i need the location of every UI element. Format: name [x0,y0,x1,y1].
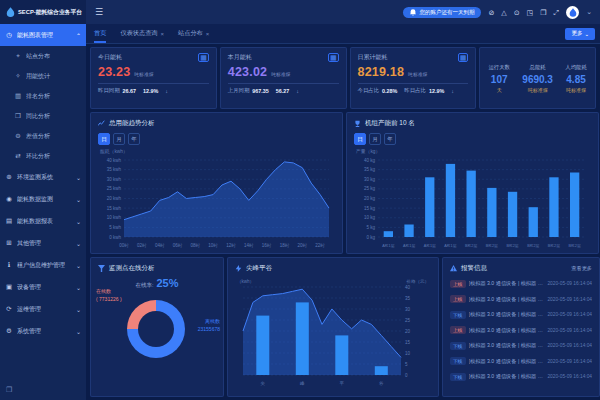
svg-text:40 kwh: 40 kwh [107,158,122,163]
alarm-message: [模拟器 3.0 通信设备 | 模拟器 3.0... [469,327,545,334]
sidebar-item-5[interactable]: ⇄环比分析 [0,146,86,166]
tab-bar: 首页仪表状态查询×站点分布× 更多 ⌄ [86,24,600,44]
toggle-月[interactable]: 月 [113,133,125,145]
svg-text:30 kg: 30 kg [364,177,376,182]
account-expiry-notice[interactable]: 您的账户还有一天到期 [403,7,481,18]
toggle-年[interactable]: 年 [384,133,396,145]
topbar-actions: 您的账户还有一天到期 ⊘△⊙◳❐⤢ ⌄ [403,6,600,19]
sidebar-group-1[interactable]: ⊛环境监测系统⌄ [0,166,86,188]
svg-text:25 kwh: 25 kwh [107,186,122,191]
svg-text:0: 0 [405,373,408,378]
trend-area-chart: 0 kwh5 kwh10 kwh15 kwh20 kwh25 kwh30 kwh… [98,154,335,250]
tab-0[interactable]: 首页 [94,24,106,43]
toggle-年[interactable]: 年 [128,133,140,145]
sidebar-group-icon: ⊞ [5,239,13,247]
chevron-icon: ⌄ [76,306,81,313]
sidebar-item-1[interactable]: ✧用能统计 [0,66,86,86]
svg-text:B栋2层: B栋2层 [465,243,477,248]
alarm-time: 2020-05-09 16:14:04 [547,343,592,348]
sidebar-item-icon: ❐ [14,112,22,120]
sidebar-collapse-icon[interactable]: ❐ [6,386,12,394]
stat-cards-row: 今日能耗▦23.23吨标准煤昨日同期26.6712.9%↓本月能耗▦423.02… [90,47,596,109]
panel-title: 报警信息 [461,264,487,273]
sidebar-item-3[interactable]: ❐同比分析 [0,106,86,126]
alert-triangle-icon[interactable]: △ [501,9,506,16]
svg-text:B栋2层: B栋2层 [568,243,580,248]
svg-text:峰: 峰 [300,381,305,386]
sidebar-group-2[interactable]: ◉能耗数据监测⌄ [0,188,86,210]
alarm-time: 2020-05-09 16:14:04 [547,328,592,333]
chevron-down-icon[interactable]: ⌄ [586,8,592,16]
svg-text:08时: 08时 [191,243,201,248]
more-button[interactable]: 更多 ⌄ [565,28,595,40]
alarm-row[interactable]: 下线[模拟器 3.0 通信设备 | 模拟器 3.0...2020-05-09 1… [450,355,592,368]
svg-text:0 kwh: 0 kwh [109,235,121,240]
alarm-message: [模拟器 3.0 通信设备 | 模拟器 3.0... [469,342,545,349]
sidebar-group-7[interactable]: ⟳运维管理⌄ [0,298,86,320]
stat-card-1: 本月能耗▦423.02吨标准煤上月同期967.3556.27↓ [220,47,347,109]
svg-text:15: 15 [405,340,411,345]
chevron-icon: ⌄ [76,328,81,335]
sidebar-group-5[interactable]: ℹ租户信息维护管理⌄ [0,254,86,276]
sidebar-item-2[interactable]: ▥排名分析 [0,86,86,106]
avatar-logo-icon [569,8,577,17]
arrow-down-icon: ↓ [296,88,299,94]
close-icon[interactable]: × [206,31,210,37]
sidebar-group-icon: ⊛ [5,173,13,181]
sidebar-item-4[interactable]: ⊖差值分析 [0,126,86,146]
sidebar-item-icon: ⊖ [14,132,22,140]
sidebar-group-icon: ⚙ [5,327,13,335]
sidebar-item-icon: ▥ [14,92,22,100]
stat-card-2: 日累计能耗▦8219.18吨标准煤今日占比0.28%昨日占比12.9%↓ [350,47,477,109]
shield-icon[interactable]: ⊘ [488,9,494,16]
alert-triangle-icon [450,265,457,272]
tab-list: 首页仪表状态查询×站点分布× [94,24,209,43]
svg-text:06时: 06时 [173,243,183,248]
view-more-link[interactable]: 查看更多 [571,265,592,272]
sidebar-item-0[interactable]: ⌖站点分布 [0,46,86,66]
toggle-日[interactable]: 日 [354,133,366,145]
copy-icon[interactable]: ❐ [540,9,546,16]
toggle-日[interactable]: 日 [98,133,110,145]
dashboard-root: SECP-能耗综合业务平台 ☰ 您的账户还有一天到期 ⊘△⊙◳❐⤢ ⌄ ◷能耗图… [0,0,600,400]
panel-title: 尖峰平谷 [246,264,272,273]
trophy-icon [354,120,361,127]
sidebar-group-8[interactable]: ⚙系统管理⌄ [0,320,86,342]
svg-text:5 kwh: 5 kwh [109,225,121,230]
svg-text:10 kg: 10 kg [364,215,376,220]
alarm-row[interactable]: 下线[模拟器 3.0 通信设备 | 模拟器 3.0...2020-05-09 1… [450,370,592,383]
alarm-row[interactable]: 下线[模拟器 3.0 通信设备 | 模拟器 3.0...2020-05-09 1… [450,308,592,321]
tab-1[interactable]: 仪表状态查询× [120,24,164,43]
calendar-icon: ▦ [198,53,209,62]
sidebar-group-4[interactable]: ⊞其他管理⌄ [0,232,86,254]
sidebar-item-icon: ⌖ [14,52,22,60]
fullscreen-icon[interactable]: ⤢ [554,9,560,16]
alarm-time: 2020-05-09 16:14:04 [547,359,592,364]
svg-text:40 kg: 40 kg [364,158,376,163]
svg-text:20时: 20时 [298,243,308,248]
status-badge: 上线 [450,295,466,303]
alarm-row[interactable]: 上线[模拟器 3.0 通信设备 | 模拟器 3.0...2020-05-09 1… [450,324,592,337]
close-icon[interactable]: × [161,31,165,37]
trophy-icon[interactable]: ◳ [527,9,534,16]
alarm-row[interactable]: 上线[模拟器 3.0 通信设备 | 模拟器 3.0...2020-05-09 1… [450,293,592,306]
avatar[interactable] [566,6,579,19]
svg-text:35 kg: 35 kg [364,167,376,172]
alarm-time: 2020-05-09 16:14:04 [547,312,592,317]
funnel-icon [98,265,105,272]
top-bar: SECP-能耗综合业务平台 ☰ 您的账户还有一天到期 ⊘△⊙◳❐⤢ ⌄ [0,0,600,24]
line-chart-icon [98,120,105,127]
alarm-row[interactable]: 上线[模拟器 3.0 通信设备 | 模拟器 3.0...2020-05-09 1… [450,277,592,290]
sidebar-group-3[interactable]: ▤能耗数据报表⌄ [0,210,86,232]
toggle-月[interactable]: 月 [369,133,381,145]
status-badge: 上线 [450,326,466,334]
sidebar-group-6[interactable]: ▣设备管理⌄ [0,276,86,298]
svg-text:10: 10 [405,351,411,356]
svg-text:B栋2层: B栋2层 [527,243,539,248]
lock-icon[interactable]: ⊙ [514,9,520,16]
svg-text:5 kg: 5 kg [366,225,375,230]
alarm-row[interactable]: 下线[模拟器 3.0 通信设备 | 模拟器 3.0...2020-05-09 1… [450,339,592,352]
menu-fold-icon[interactable]: ☰ [95,8,103,17]
tab-2[interactable]: 站点分布× [178,24,209,43]
sidebar-group-0[interactable]: ◷能耗图表管理⌃ [0,24,86,46]
